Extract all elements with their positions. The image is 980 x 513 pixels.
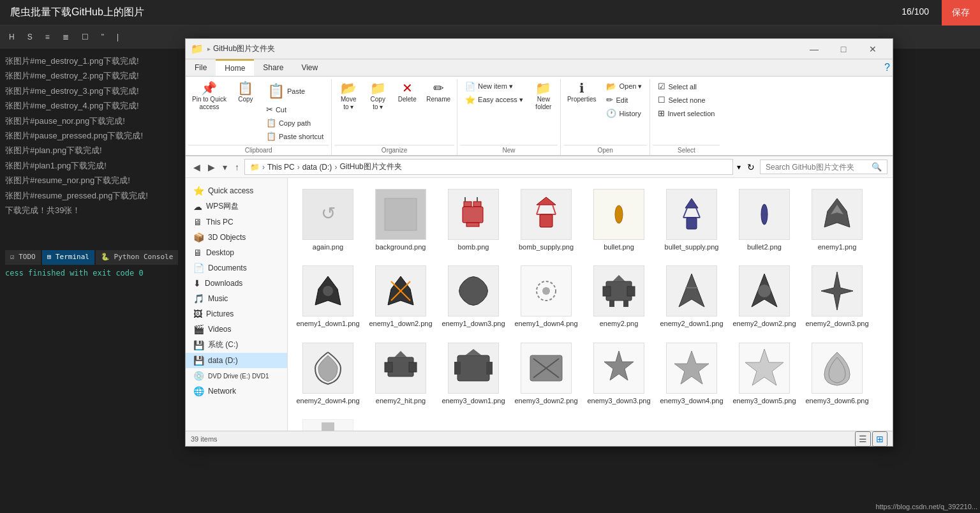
sidebar-item-videos[interactable]: 🎬 Videos xyxy=(186,322,287,337)
close-button[interactable]: ✕ xyxy=(858,39,887,59)
details-view-button[interactable]: ☰ xyxy=(855,431,871,447)
search-input[interactable] xyxy=(766,163,869,172)
select-none-button[interactable]: ☐ Select none xyxy=(655,94,717,106)
file-item-enemy3-down4[interactable]: enemy3_down4.png xyxy=(657,337,727,411)
file-item-bullet2[interactable]: bullet2.png xyxy=(729,183,799,257)
bg-tool-unordered[interactable]: ≡ xyxy=(41,31,54,43)
move-to-button[interactable]: 📂 Moveto ▾ xyxy=(334,79,362,114)
path-folder-icon: 📁 xyxy=(250,163,260,172)
select-all-label: Select all xyxy=(668,83,697,91)
select-all-button[interactable]: ☑ Select all xyxy=(655,80,717,93)
file-item-bomb[interactable]: bomb.png xyxy=(438,183,509,257)
sidebar-item-this-pc[interactable]: 🖥 This PC xyxy=(186,214,287,230)
file-item-enemy1-down3[interactable]: enemy1_down3.png xyxy=(438,260,509,334)
file-item-enemy2-down3[interactable]: enemy2_down3.png xyxy=(802,260,872,334)
3d-objects-label: 3D Objects xyxy=(208,233,246,242)
file-item-enemy2-down1[interactable]: enemy2_down1.png xyxy=(657,260,727,334)
address-path[interactable]: 📁 › This PC › data (D:) › GitHub图片文件夹 xyxy=(244,159,733,175)
file-item-background[interactable]: background.png xyxy=(366,183,436,257)
file-item-bullet[interactable]: bullet.png xyxy=(584,183,654,257)
copy-to-button[interactable]: 📁 Copyto ▾ xyxy=(364,79,392,114)
sidebar-item-3d-objects[interactable]: 📦 3D Objects xyxy=(186,230,287,245)
path-this-pc[interactable]: This PC xyxy=(267,163,295,172)
history-button[interactable]: 🕐 History xyxy=(604,107,644,119)
select-group: ☑ Select all ☐ Select none ⊞ Invert sele… xyxy=(650,79,722,155)
delete-button[interactable]: ✕ Delete xyxy=(393,79,421,106)
help-icon[interactable]: ? xyxy=(882,59,893,76)
bg-tool-quote[interactable]: " xyxy=(98,31,108,43)
file-item-bomb-supply[interactable]: bomb_supply.png xyxy=(511,183,581,257)
open-button[interactable]: 📂 Open ▾ xyxy=(604,80,644,93)
file-item-enemy3-down1[interactable]: enemy3_down1.png xyxy=(438,337,509,411)
sidebar-item-pictures[interactable]: 🖼 Pictures xyxy=(186,306,287,322)
new-folder-button[interactable]: 📁 Newfolder xyxy=(530,79,558,114)
edit-button[interactable]: ✏ Edit xyxy=(604,94,644,106)
sidebar-item-system-c[interactable]: 💾 系统 (C:) xyxy=(186,337,287,353)
file-item-enemy2-hit[interactable]: enemy2_hit.png xyxy=(366,337,436,411)
forward-button[interactable]: ▶ xyxy=(205,161,218,174)
file-item-partial-1[interactable] xyxy=(293,413,363,431)
sidebar-item-network[interactable]: 🌐 Network xyxy=(186,383,287,399)
sidebar-item-music[interactable]: 🎵 Music xyxy=(186,291,287,306)
bg-save-button[interactable]: 保存 xyxy=(942,0,980,26)
tab-view[interactable]: View xyxy=(292,59,327,76)
sidebar: ⭐ Quick access ☁ WPS网盘 🖥 This PC 📦 3D Ob… xyxy=(186,178,288,431)
sidebar-item-downloads[interactable]: ⬇ Downloads xyxy=(186,276,287,291)
paste-shortcut-button[interactable]: 📋 Paste shortcut xyxy=(264,130,326,142)
file-item-enemy3-down3[interactable]: enemy3_down3.png xyxy=(584,337,654,411)
file-item-enemy2[interactable]: enemy2.png xyxy=(584,260,654,334)
paste-button[interactable]: 📋 Paste xyxy=(264,80,326,102)
sidebar-item-documents[interactable]: 📄 Documents xyxy=(186,260,287,276)
bg-tool-todo[interactable]: ☐ xyxy=(78,31,93,43)
path-dropdown-button[interactable]: ▾ xyxy=(736,161,742,173)
file-item-again[interactable]: ↺ again.png xyxy=(293,183,363,257)
copy-button[interactable]: 📋 Copy xyxy=(232,79,260,106)
file-item-enemy1[interactable]: enemy1.png xyxy=(802,183,872,257)
sidebar-item-dvd-drive[interactable]: 💿 DVD Drive (E:) DVD1 xyxy=(186,368,287,383)
up-button[interactable]: ↑ xyxy=(232,161,242,174)
maximize-button[interactable]: □ xyxy=(829,39,858,59)
svg-line-13 xyxy=(683,208,687,218)
back-button[interactable]: ◀ xyxy=(191,161,203,174)
tab-home[interactable]: Home xyxy=(216,59,254,76)
rename-button[interactable]: ✏ Rename xyxy=(422,79,454,106)
search-icon: 🔍 xyxy=(872,162,882,172)
sidebar-item-wps[interactable]: ☁ WPS网盘 xyxy=(186,198,287,214)
file-item-bullet-supply[interactable]: bullet_supply.png xyxy=(657,183,727,257)
pin-to-quick-access-button[interactable]: 📌 Pin to Quickaccess xyxy=(188,79,230,114)
cut-button[interactable]: ✂ Cut xyxy=(264,103,326,115)
sidebar-item-data-d[interactable]: 💾 data (D:) xyxy=(186,353,287,368)
easy-access-button[interactable]: ⭐ Easy access ▾ xyxy=(463,94,526,106)
tab-todo[interactable]: ☑ TODO xyxy=(5,250,41,265)
bg-tool-row[interactable]: | xyxy=(113,31,122,43)
bg-tool-title[interactable]: H xyxy=(5,31,19,43)
minimize-button[interactable]: — xyxy=(799,39,829,59)
copy-path-button[interactable]: 📋 Copy path xyxy=(264,117,326,129)
invert-selection-button[interactable]: ⊞ Invert selection xyxy=(655,107,717,119)
tab-share[interactable]: Share xyxy=(254,59,292,76)
file-item-enemy1-down1[interactable]: enemy1_down1.png xyxy=(293,260,363,334)
tab-terminal[interactable]: ⊞ Terminal xyxy=(42,250,94,265)
file-item-enemy2-down2[interactable]: enemy2_down2.png xyxy=(729,260,799,334)
this-pc-icon: 🖥 xyxy=(193,217,202,227)
file-item-enemy2-down4[interactable]: enemy2_down4.png xyxy=(293,337,363,411)
large-icons-view-button[interactable]: ⊞ xyxy=(872,431,887,447)
refresh-button[interactable]: ↻ xyxy=(745,161,757,174)
tab-python-console[interactable]: 🐍 Python Console xyxy=(96,250,178,265)
file-item-enemy1-down2[interactable]: enemy1_down2.png xyxy=(366,260,436,334)
file-item-enemy3-down2[interactable]: enemy3_down2.png xyxy=(511,337,581,411)
recent-button[interactable]: ▾ xyxy=(220,161,230,174)
sidebar-item-quick-access[interactable]: ⭐ Quick access xyxy=(186,183,287,198)
svg-rect-43 xyxy=(486,362,493,375)
file-item-enemy1-down4[interactable]: enemy1_down4.png xyxy=(511,260,581,334)
tab-file[interactable]: File xyxy=(186,59,216,76)
properties-button[interactable]: ℹ Properties xyxy=(563,79,600,106)
bg-tool-strikethrough[interactable]: S xyxy=(24,31,36,43)
file-item-enemy3-down5[interactable]: enemy3_down5.png xyxy=(729,337,799,411)
file-item-enemy3-down6[interactable]: enemy3_down6.png xyxy=(802,337,872,411)
bg-tool-ordered[interactable]: ≣ xyxy=(59,31,73,43)
sidebar-item-desktop[interactable]: 🖥 Desktop xyxy=(186,245,287,260)
path-data-d[interactable]: data (D:) xyxy=(302,163,332,172)
new-item-button[interactable]: 📄 New item ▾ xyxy=(463,80,526,93)
path-github-folder[interactable]: GitHub图片文件夹 xyxy=(339,161,401,172)
